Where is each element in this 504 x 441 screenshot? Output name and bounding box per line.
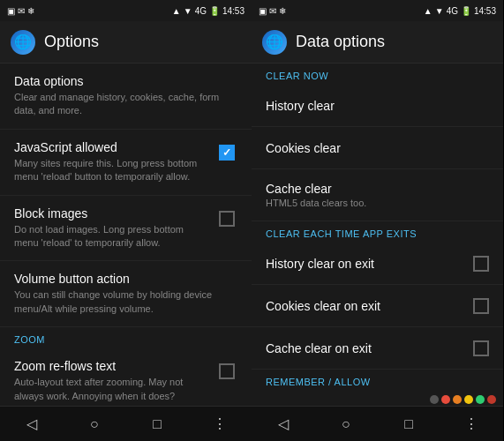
dot-5 — [476, 395, 485, 404]
zoom-reflows-item[interactable]: Zoom re-flows text Auto-layout text afte… — [0, 348, 252, 406]
data-options-header-icon: 🌐 — [262, 30, 287, 55]
cookies-exit-title: Cookies clear on exit — [266, 299, 473, 313]
data-options-item[interactable]: Data options Clear and manage history, c… — [0, 64, 252, 130]
back-button[interactable]: ◁ — [14, 411, 49, 437]
signal-strength-icon: ▲ — [172, 6, 181, 16]
clear-now-label: CLEAR NOW — [252, 64, 503, 85]
javascript-title: JavaScript allowed — [14, 140, 209, 154]
remember-allow-label: REMEMBER / ALLOW — [252, 370, 503, 391]
cache-exit-title: Cache clear on exit — [266, 341, 473, 355]
block-images-desc: Do not load images. Long press bottom me… — [14, 223, 209, 250]
volume-action-item[interactable]: Volume button action You can still chang… — [0, 261, 252, 327]
javascript-text: JavaScript allowed Many sites require th… — [14, 140, 216, 184]
block-images-item[interactable]: Block images Do not load images. Long pr… — [0, 196, 252, 262]
menu-button-r[interactable]: ⋮ — [454, 411, 489, 437]
signal-bars-icon: 4G — [195, 6, 207, 16]
data-options-title: Data options — [14, 74, 230, 88]
right-content: CLEAR NOW History clear Cookies clear Ca… — [252, 64, 503, 406]
message-icon-r: ✉ — [269, 6, 276, 16]
left-header: 🌐 Options — [0, 21, 252, 64]
block-images-title: Block images — [14, 206, 209, 220]
battery-icon-r: 🔋 — [461, 6, 471, 16]
javascript-control[interactable] — [216, 142, 237, 163]
cache-exit-checkbox[interactable] — [473, 340, 489, 356]
zoom-reflows-control[interactable] — [216, 361, 237, 382]
wifi-icon: ❄ — [27, 6, 34, 16]
status-left-icons: ▣ ✉ ❄ — [7, 6, 34, 16]
history-clear-text: History clear — [266, 99, 489, 113]
cache-clear-desc: HTML5 data clears too. — [266, 198, 489, 208]
signal-strength-icon-r: ▲ — [424, 6, 433, 16]
zoom-reflows-text: Zoom re-flows text Auto-layout text afte… — [14, 359, 216, 403]
dot-6 — [487, 395, 496, 404]
recent-button[interactable]: □ — [139, 411, 175, 437]
block-images-checkbox[interactable] — [219, 211, 235, 227]
cache-clear-text: Cache clear HTML5 data clears too. — [266, 182, 489, 208]
cookies-exit-checkbox[interactable] — [473, 298, 489, 314]
data-options-desc: Clear and manage history, cookies, cache… — [14, 91, 230, 118]
options-title: Options — [44, 33, 99, 51]
volume-action-title: Volume button action — [14, 272, 230, 286]
watermark — [430, 395, 496, 404]
left-content: Data options Clear and manage history, c… — [0, 64, 252, 406]
zoom-section-label: ZOOM — [0, 327, 252, 348]
zoom-reflows-title: Zoom re-flows text — [14, 359, 209, 373]
clear-exit-label: CLEAR EACH TIME APP EXITS — [252, 221, 503, 243]
cache-clear-title: Cache clear — [266, 182, 489, 196]
cache-clear-item[interactable]: Cache clear HTML5 data clears too. — [252, 169, 503, 221]
time-left: 14:53 — [222, 6, 244, 16]
battery-icon: 🔋 — [209, 6, 220, 16]
history-exit-item[interactable]: History clear on exit — [252, 243, 503, 285]
right-panel: ▣ ✉ ❄ ▲ ▼ 4G 🔋 14:53 🌐 Data options CLEA… — [252, 0, 503, 441]
notification-icon-r: ▣ — [259, 6, 267, 16]
data-options-header-title: Data options — [296, 33, 385, 51]
block-images-control[interactable] — [216, 208, 237, 229]
right-header: 🌐 Data options — [252, 21, 503, 64]
history-exit-text: History clear on exit — [266, 257, 473, 271]
wifi-icon-r: ❄ — [279, 6, 286, 16]
zoom-reflows-desc: Auto-layout text after zooming. May not … — [14, 376, 209, 403]
right-nav-bar: ◁ ○ □ ⋮ — [252, 406, 503, 441]
cookies-exit-item[interactable]: Cookies clear on exit — [252, 285, 503, 327]
javascript-desc: Many sites require this. Long press bott… — [14, 157, 209, 184]
left-panel: ▣ ✉ ❄ ▲ ▼ 4G 🔋 14:53 🌐 Options Data opti… — [0, 0, 252, 441]
left-nav-bar: ◁ ○ □ ⋮ — [0, 406, 252, 441]
history-exit-checkbox[interactable] — [473, 256, 489, 272]
status-bar-left: ▣ ✉ ❄ ▲ ▼ 4G 🔋 14:53 — [0, 0, 252, 21]
back-button-r[interactable]: ◁ — [266, 411, 301, 437]
message-icon: ✉ — [18, 6, 25, 16]
cookies-clear-title: Cookies clear — [266, 141, 489, 155]
status-right-left-icons: ▣ ✉ ❄ — [259, 6, 286, 16]
history-clear-item[interactable]: History clear — [252, 85, 503, 127]
cookies-clear-item[interactable]: Cookies clear — [252, 127, 503, 169]
block-images-text: Block images Do not load images. Long pr… — [14, 206, 216, 250]
status-right-icons: ▲ ▼ 4G 🔋 14:53 — [172, 6, 244, 16]
zoom-reflows-checkbox[interactable] — [219, 363, 235, 379]
dot-1 — [430, 395, 439, 404]
home-button-r[interactable]: ○ — [328, 411, 364, 437]
wifi-signal-icon-r: ▼ — [435, 6, 444, 16]
recent-button-r[interactable]: □ — [391, 411, 426, 437]
history-exit-title: History clear on exit — [266, 257, 473, 271]
dot-4 — [464, 395, 473, 404]
status-bar-right: ▣ ✉ ❄ ▲ ▼ 4G 🔋 14:53 — [252, 0, 503, 21]
wifi-signal-icon: ▼ — [184, 6, 192, 16]
signal-bars-icon-r: 4G — [447, 6, 458, 16]
javascript-checkbox[interactable] — [219, 145, 235, 161]
javascript-allowed-item[interactable]: JavaScript allowed Many sites require th… — [0, 130, 252, 196]
time-right: 14:53 — [474, 6, 496, 16]
notification-icon: ▣ — [7, 6, 15, 16]
cache-exit-text: Cache clear on exit — [266, 341, 473, 355]
cache-exit-item[interactable]: Cache clear on exit — [252, 327, 503, 370]
data-options-text: Data options Clear and manage history, c… — [14, 74, 237, 118]
options-header-icon: 🌐 — [11, 30, 35, 55]
menu-button[interactable]: ⋮ — [202, 411, 237, 437]
home-button[interactable]: ○ — [77, 411, 112, 437]
history-clear-title: History clear — [266, 99, 489, 113]
volume-action-text: Volume button action You can still chang… — [14, 272, 237, 316]
dot-2 — [441, 395, 450, 404]
volume-action-desc: You can still change volume by holding d… — [14, 288, 230, 316]
cookies-clear-text: Cookies clear — [266, 141, 489, 155]
dot-3 — [453, 395, 462, 404]
status-right-right-icons: ▲ ▼ 4G 🔋 14:53 — [424, 6, 496, 16]
